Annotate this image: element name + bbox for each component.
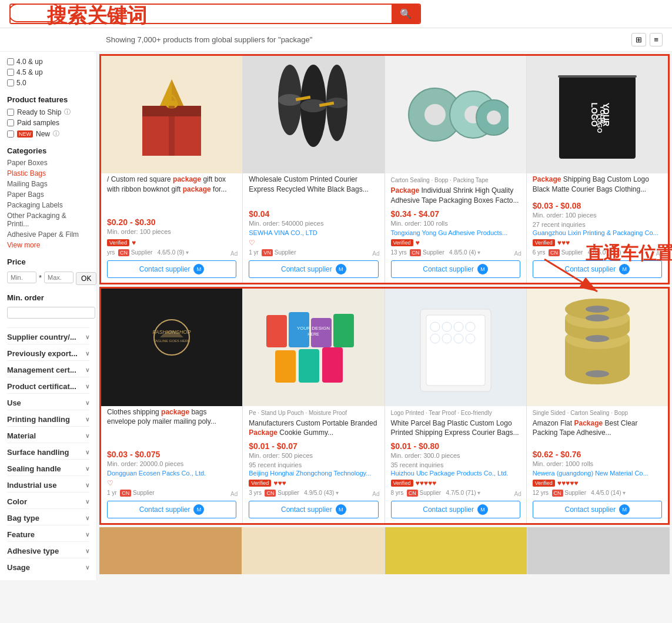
price-max-input[interactable] [44, 272, 73, 283]
svg-point-60 [586, 314, 609, 321]
product-min-order: Min. order: 1000 rolls [527, 460, 668, 470]
contact-supplier-label: Contact supplier [565, 505, 616, 514]
category-paper-bags[interactable]: Paper Bags [7, 190, 89, 199]
industrial-use-filter[interactable]: Industrial use ∨ [7, 475, 89, 492]
product-cert-filter[interactable]: Product certificat... ∨ [7, 377, 89, 393]
usage-filter[interactable]: Usage ∨ [7, 558, 89, 574]
product-min-order: Min. order: 100 pieces [101, 228, 242, 237]
contact-supplier-button[interactable]: Contact supplier M [249, 260, 378, 278]
product-title: Manufacturers Custom Portable Branded Pa… [243, 417, 384, 441]
view-more-link[interactable]: View more [7, 241, 89, 249]
contact-supplier-label: Contact supplier [139, 505, 190, 514]
contact-icon: M [619, 504, 630, 515]
sealing-handle-arrow: ∨ [85, 465, 89, 472]
contact-icon: M [336, 504, 346, 515]
svg-rect-5 [169, 106, 175, 156]
search-button[interactable]: 🔍 [392, 5, 420, 23]
material-arrow: ∨ [85, 433, 89, 439]
contact-supplier-label: Contact supplier [423, 265, 474, 273]
ready-to-ship-label: Ready to Ship [17, 108, 61, 116]
category-plastic-bags[interactable]: Plastic Bags [7, 169, 89, 177]
second-row-highlight: 直通车位置 [99, 287, 670, 525]
svg-point-61 [586, 306, 609, 313]
contact-supplier-button[interactable]: Contact supplier M [391, 260, 520, 278]
price-ok-button[interactable]: OK [76, 272, 96, 285]
contact-supplier-button[interactable]: Contact supplier M [391, 501, 520, 518]
feature-filter[interactable]: Feature ∨ [7, 525, 89, 541]
material-filter[interactable]: Material ∨ [7, 426, 89, 443]
ad-label: Ad [514, 250, 521, 257]
supplier-country-filter[interactable]: Supplier country/... ∨ [7, 327, 89, 344]
contact-supplier-label: Contact supplier [139, 265, 190, 273]
use-filter[interactable]: Use ∨ [7, 393, 89, 410]
supplier-name[interactable]: Tongxiang Yong Gu Adhesive Products... [385, 229, 526, 237]
contact-supplier-button[interactable]: Contact supplier M [533, 260, 662, 278]
rating-5-checkbox[interactable] [7, 79, 14, 86]
category-paper-boxes[interactable]: Paper Boxes [7, 159, 89, 167]
product-tags: Single Sided · Carton Sealing · Bopp [527, 406, 668, 417]
third-row [99, 527, 670, 574]
svg-point-58 [586, 370, 609, 377]
heart-icon: ♥ [132, 239, 136, 247]
search-input[interactable]: package [11, 5, 392, 23]
supplier-name[interactable]: SEWHA VINA CO., LTD [243, 229, 384, 237]
rating-4up-checkbox[interactable] [7, 58, 14, 65]
rating-45up-checkbox[interactable] [7, 69, 14, 76]
contact-supplier-label: Contact supplier [565, 265, 616, 273]
adhesive-type-arrow: ∨ [85, 548, 89, 554]
supplier-name[interactable]: Beijing Honghai Zhongchong Technology... [243, 470, 384, 478]
supplier-name[interactable]: Dongguan Ecosen Packs Co., Ltd. [101, 470, 242, 478]
new-label: New [36, 130, 50, 138]
ready-to-ship-checkbox[interactable] [7, 109, 14, 116]
contact-supplier-button[interactable]: Contact supplier M [533, 501, 662, 518]
category-other-packaging[interactable]: Other Packaging & Printi... [7, 212, 89, 228]
surface-handling-filter[interactable]: Surface handling ∨ [7, 443, 89, 459]
new-checkbox[interactable] [7, 130, 14, 138]
svg-text:TAGLINE GOES HERE: TAGLINE GOES HERE [153, 339, 190, 343]
contact-supplier-label: Contact supplier [281, 505, 332, 514]
grid-view-icon: ⊞ [636, 35, 642, 44]
supplier-name[interactable]: Newera (guangdong) New Material Co... [527, 470, 668, 478]
svg-text:YOUR: YOUR [601, 103, 611, 126]
product-tags: Logo Printed · Tear Proof · Eco-friendly [385, 406, 526, 417]
category-mailing-bags[interactable]: Mailing Bags [7, 180, 89, 188]
previously-export-filter[interactable]: Previously export... ∨ [7, 344, 89, 360]
product-price: $0.62 - $0.76 [527, 448, 668, 460]
svg-point-19 [487, 110, 501, 125]
product-image-blackbag: YOUR LOGO YOUR LOGO [547, 65, 647, 165]
printing-handling-filter[interactable]: Printing handling ∨ [7, 410, 89, 426]
grid-view-button[interactable]: ⊞ [631, 33, 646, 46]
product-min-order: Min. order: 100 pieces [527, 212, 668, 221]
supplier-country-label: Supplier country/... [7, 333, 76, 341]
contact-supplier-button[interactable]: Contact supplier M [249, 501, 378, 518]
category-packaging-labels[interactable]: Packaging Labels [7, 201, 89, 209]
bag-type-filter[interactable]: Bag type ∨ [7, 508, 89, 525]
management-cert-filter[interactable]: Management cert... ∨ [7, 360, 89, 377]
product-image-tubes [260, 65, 366, 165]
paid-samples-checkbox[interactable] [7, 119, 14, 126]
product-card: Carton Sealing · Bopp · Packing Tape Pac… [385, 56, 526, 283]
sealing-handle-filter[interactable]: Sealing handle ∨ [7, 459, 89, 475]
heart-icon: ♡ [107, 479, 113, 487]
product-title: Package Individual Shrink High Quality A… [385, 185, 526, 208]
printing-handling-label: Printing handling [7, 415, 70, 424]
svg-rect-25 [558, 75, 637, 78]
categories-title: Categories [7, 146, 89, 155]
results-bar: Showing 7,000+ products from global supp… [0, 28, 672, 52]
contact-supplier-button[interactable]: Contact supplier M [107, 501, 236, 518]
color-filter[interactable]: Color ∨ [7, 492, 89, 508]
verified-badge: Verified [391, 239, 413, 246]
product-price: $0.01 - $0.80 [385, 440, 526, 452]
category-adhesive-paper[interactable]: Adhesive Paper & Film [7, 230, 89, 239]
product-tags: Carton Sealing · Bopp · Packing Tape [385, 173, 526, 185]
adhesive-type-filter[interactable]: Adhesive type ∨ [7, 541, 89, 558]
price-min-input[interactable] [7, 272, 36, 283]
supplier-name[interactable]: Guangzhou Lixin Printing & Packaging Co.… [527, 229, 668, 237]
contact-icon: M [193, 504, 204, 515]
usage-label: Usage [7, 563, 30, 572]
contact-supplier-button[interactable]: Contact supplier M [107, 260, 236, 278]
new-info: ⓘ [53, 129, 59, 138]
min-order-input[interactable] [7, 307, 95, 319]
supplier-name[interactable]: Huizhou Ubc Package Products Co., Ltd. [385, 470, 526, 478]
list-view-button[interactable]: ≡ [650, 33, 663, 46]
